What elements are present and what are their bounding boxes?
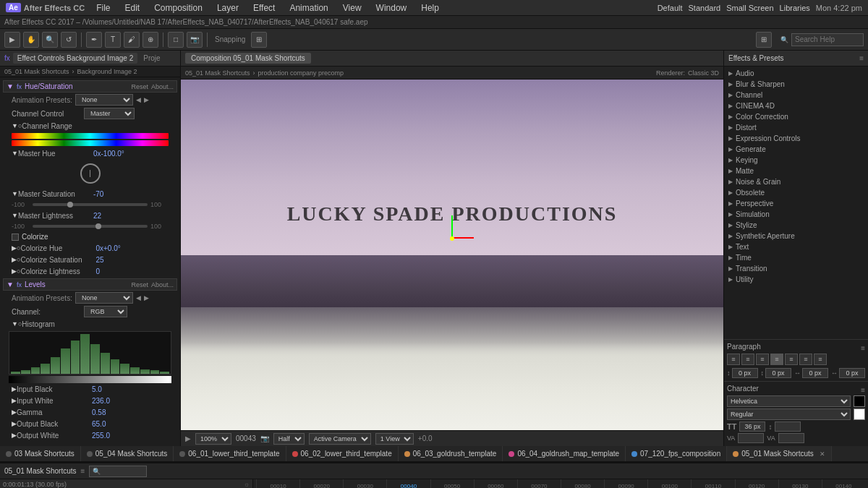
effect-cat-distort[interactable]: ▶ Distort — [726, 122, 867, 133]
mh-value[interactable]: 0x-100.0° — [93, 150, 124, 158]
justify-all[interactable]: ≡ — [814, 354, 827, 365]
menu-view[interactable]: View — [340, 1, 365, 14]
comp-bc-1[interactable]: 05_01 Mask Shortcuts — [185, 69, 250, 77]
effect-cat-noise[interactable]: ▶ Noise & Grain — [726, 176, 867, 187]
workspace-default[interactable]: Default — [658, 4, 683, 12]
bc-comp[interactable]: 05_01 Mask Shortcuts — [4, 68, 69, 75]
lv-reset[interactable]: Reset — [131, 281, 148, 288]
character-menu[interactable]: ≡ — [861, 386, 865, 394]
view-select[interactable]: Active Camera — [309, 433, 371, 445]
align-right[interactable]: ≡ — [756, 354, 769, 365]
ml-value[interactable]: 22 — [93, 212, 101, 220]
effect-cat-matte[interactable]: ▶ Matte — [726, 166, 867, 176]
effect-cat-utility[interactable]: ▶ Utility — [726, 274, 867, 285]
menu-file[interactable]: File — [93, 1, 113, 14]
hs-about[interactable]: About... — [151, 83, 174, 90]
effect-cat-obsolete[interactable]: ▶ Obsolete — [726, 187, 867, 198]
comp-tab-0504[interactable]: 05_04 Mask Shortcuts — [81, 446, 174, 461]
font-size-input[interactable] — [739, 421, 765, 432]
lv-about[interactable]: About... — [151, 281, 174, 288]
effect-cat-expression[interactable]: ▶ Expression Controls — [726, 133, 867, 144]
levels-title-bar[interactable]: ▼ fx Levels Reset About... — [3, 278, 177, 291]
menu-effect[interactable]: Effect — [250, 1, 278, 14]
lv-presets-select[interactable]: None — [75, 292, 133, 304]
lv-preset-nav-right[interactable]: ▶ — [144, 294, 149, 301]
workspace-libraries[interactable]: Libraries — [780, 4, 810, 12]
comp-tab-07[interactable]: 07_120_fps_composition — [626, 446, 727, 461]
histogram-input-slider[interactable] — [9, 376, 171, 383]
effect-cat-transition[interactable]: ▶ Transition — [726, 263, 867, 274]
cs-value[interactable]: 25 — [95, 256, 103, 264]
effect-cat-sim[interactable]: ▶ Simulation — [726, 209, 867, 220]
menu-composition[interactable]: Composition — [151, 1, 205, 14]
quality-select[interactable]: Half — [273, 433, 305, 445]
cl-value[interactable]: 0 — [95, 267, 100, 275]
effect-cat-blur[interactable]: ▶ Blur & Sharpen — [726, 79, 867, 90]
search-input[interactable] — [791, 33, 864, 46]
effect-cat-colorcorrect[interactable]: ▶ Color Correction — [726, 111, 867, 122]
effect-cat-audio[interactable]: ▶ Audio — [726, 68, 867, 79]
comp-bc-2[interactable]: production company precomp — [258, 69, 344, 77]
brush-tool[interactable]: 🖌 — [124, 32, 140, 48]
ms-slider-track[interactable] — [33, 203, 148, 206]
hand-tool[interactable]: ✋ — [23, 32, 39, 48]
effect-cat-time[interactable]: ▶ Time — [726, 252, 867, 263]
camera-tool[interactable]: 📷 — [187, 32, 203, 48]
hs-preset-nav-left[interactable]: ◀ — [136, 96, 141, 103]
lv-ch-select[interactable]: RGB — [84, 306, 127, 317]
effect-cat-channel[interactable]: ▶ Channel — [726, 90, 867, 100]
hs-preset-nav-right[interactable]: ▶ — [144, 96, 149, 103]
clone-tool[interactable]: ⊕ — [142, 32, 158, 48]
menu-animation[interactable]: Animation — [286, 1, 331, 14]
effect-cat-stylize[interactable]: ▶ Stylize — [726, 220, 867, 231]
zoom-tool[interactable]: 🔍 — [42, 32, 58, 48]
text-tool[interactable]: T — [105, 32, 121, 48]
justify-right[interactable]: ≡ — [799, 354, 812, 365]
menu-help[interactable]: Help — [418, 1, 442, 14]
effect-cat-perspective[interactable]: ▶ Perspective — [726, 198, 867, 209]
indent-left-input[interactable] — [732, 368, 758, 378]
selection-tool[interactable]: ▶ — [4, 32, 20, 48]
hue-saturation-title[interactable]: ▼ fx Hue/Saturation Reset About... — [3, 80, 177, 93]
tracking-input[interactable]: Metrics — [738, 433, 764, 443]
project-tab[interactable]: Proje — [143, 54, 160, 62]
lv-iw-value[interactable]: 236.0 — [92, 397, 110, 405]
hue-circle[interactable] — [80, 163, 101, 184]
menu-window[interactable]: Window — [373, 1, 410, 14]
comp-tab-0501[interactable]: 05_01 Mask Shortcuts ✕ — [727, 446, 832, 461]
align-left[interactable]: ≡ — [727, 354, 740, 365]
comp-tab-0604[interactable]: 06_04_goldrush_map_template — [503, 446, 626, 461]
ch-value[interactable]: 0x+0.0° — [95, 244, 120, 252]
font-family-select[interactable]: Helvetica — [727, 395, 851, 407]
zoom-select[interactable]: 100% — [195, 433, 231, 445]
menu-layer[interactable]: Layer — [214, 1, 242, 14]
font-style-select[interactable]: Regular — [727, 408, 851, 420]
align-center[interactable]: ≡ — [741, 354, 754, 365]
comp-tab-main[interactable]: Composition 05_01 Mask Shortcuts — [185, 53, 311, 64]
leading-input[interactable]: Auto — [775, 421, 801, 432]
timeline-search[interactable] — [89, 466, 147, 477]
lv-preset-nav-left[interactable]: ◀ — [136, 294, 141, 301]
comp-tab-0601[interactable]: 06_01_lower_third_template — [174, 446, 286, 461]
effect-cat-synthetic[interactable]: ▶ Synthetic Aperture — [726, 231, 867, 241]
paragraph-menu[interactable]: ≡ — [861, 344, 865, 352]
pen-tool[interactable]: ✒ — [86, 32, 102, 48]
menu-edit[interactable]: Edit — [122, 1, 143, 14]
space-after-input[interactable] — [839, 368, 865, 378]
hs-reset[interactable]: Reset — [131, 83, 148, 90]
snapping-toggle[interactable]: ⊞ — [251, 32, 267, 48]
comp-tab-03[interactable]: 03 Mask Shortcuts — [0, 446, 81, 461]
effect-cat-cinema4d[interactable]: ▶ CINEMA 4D — [726, 100, 867, 111]
stroke-color-swatch[interactable] — [854, 408, 865, 420]
effect-cat-generate[interactable]: ▶ Generate — [726, 144, 867, 155]
effects-panel-menu[interactable]: ≡ — [859, 54, 864, 62]
space-before-input[interactable] — [802, 368, 828, 378]
comp-tab-0602[interactable]: 06_02_lower_third_template — [286, 446, 399, 461]
lv-ib-value[interactable]: 5.0 — [92, 385, 102, 393]
workspace-standard[interactable]: Standard — [689, 4, 721, 12]
hs-cc-select[interactable]: Master — [84, 108, 135, 119]
colorize-checkbox[interactable] — [12, 234, 19, 241]
effect-cat-text[interactable]: ▶ Text — [726, 241, 867, 252]
justify-center[interactable]: ≡ — [785, 354, 798, 365]
ms-value[interactable]: -70 — [93, 190, 103, 198]
